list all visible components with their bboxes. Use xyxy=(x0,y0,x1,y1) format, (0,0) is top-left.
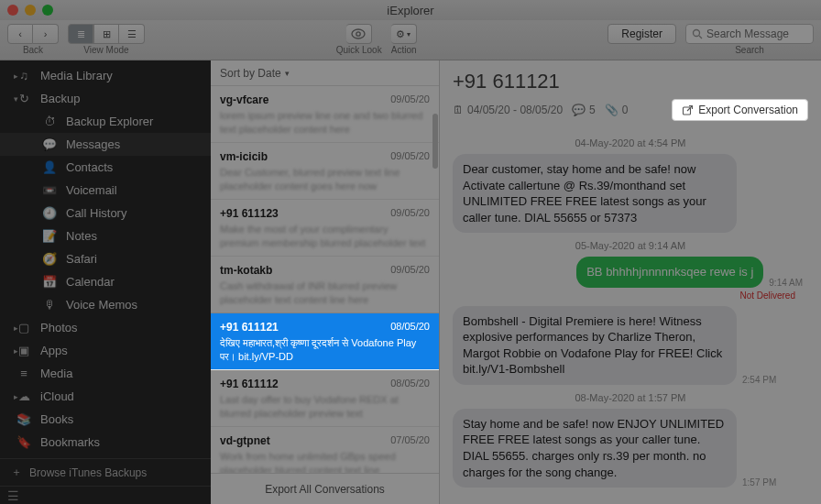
message-count: 💬 5 xyxy=(572,104,596,116)
sidebar-item-bookmarks[interactable]: 🔖Bookmarks xyxy=(0,431,211,454)
sidebar-item-label: Books xyxy=(40,412,73,426)
sort-label: Sort by Date xyxy=(220,67,281,80)
conversation-item[interactable]: +91 61111208/05/20Last day offer to buy … xyxy=(211,370,439,427)
conversation-preview: Work from home unlimited GBps speed plac… xyxy=(220,450,430,473)
notes-icon: 📝 xyxy=(42,229,57,244)
action-label: Action xyxy=(391,45,417,55)
view-list-button[interactable]: ≣ xyxy=(68,24,93,44)
sidebar-item-notes[interactable]: 📝Notes xyxy=(0,225,211,247)
calendar-icon: 🗓 xyxy=(453,104,464,116)
disclosure-triangle-icon[interactable]: ▸ xyxy=(11,71,20,81)
sidebar-item-messages[interactable]: 💬Messages xyxy=(0,133,211,156)
day-separator: 08-May-2020 at 1:57 PM xyxy=(453,392,808,403)
sidebar-item-label: Notes xyxy=(66,229,97,243)
message-bubble[interactable]: Stay home and be safe! now ENJOY UNLIMIT… xyxy=(453,409,737,488)
sidebar-item-label: Backup xyxy=(40,92,80,105)
conversation-item[interactable]: vg-vfcare09/05/20lorem ipsum preview lin… xyxy=(211,86,439,143)
export-conversation-button[interactable]: Export Conversation xyxy=(672,99,808,121)
sidebar-item-contacts[interactable]: 👤Contacts xyxy=(0,156,211,179)
bookmarks-icon: 🔖 xyxy=(16,435,31,450)
conversation-date: 09/05/20 xyxy=(390,264,430,277)
message-row: BB bhhhhjnnnnnksqee rewe is j9:14 AM xyxy=(453,257,808,288)
message-timestamp: 9:14 AM xyxy=(769,278,803,288)
view-label: View Mode xyxy=(83,45,128,55)
sidebar-item-backup[interactable]: ▾↻Backup xyxy=(0,87,211,110)
message-bubble[interactable]: Bombshell - Digital Premiere is here! Wi… xyxy=(453,306,737,385)
scrollbar-thumb[interactable] xyxy=(432,114,438,169)
quick-look-button[interactable] xyxy=(346,24,372,44)
conversation-item[interactable]: +91 61112108/05/20देखिए महाभारत,श्री कृष… xyxy=(211,313,439,370)
sidebar-item-safari[interactable]: 🧭Safari xyxy=(0,247,211,270)
sidebar-item-label: Apps xyxy=(40,344,68,357)
message-row: Dear customer, stay home and be safe! no… xyxy=(453,154,808,233)
disclosure-triangle-icon[interactable]: ▾ xyxy=(11,94,20,104)
sidebar-item-label: Backup Explorer xyxy=(66,115,153,128)
sidebar-item-label: Call History xyxy=(66,206,126,220)
conversation-preview: Last day offer to buy Vodafone REDX at b… xyxy=(220,393,430,419)
disclosure-triangle-icon[interactable]: ▸ xyxy=(11,323,20,333)
quick-look-label: Quick Look xyxy=(336,45,382,55)
view-grid-button[interactable]: ⊞ xyxy=(93,24,119,44)
date-range: 🗓 04/05/20 - 08/05/20 xyxy=(453,104,563,116)
conversation-name: tm-kotakb xyxy=(220,264,272,277)
day-separator: 04-May-2020 at 4:54 PM xyxy=(453,137,808,148)
sidebar-item-label: Calendar xyxy=(66,275,115,289)
svg-point-1 xyxy=(356,32,360,36)
history-icon: 🕘 xyxy=(42,206,57,221)
disclosure-triangle-icon[interactable]: ▸ xyxy=(11,346,20,356)
svg-point-0 xyxy=(352,29,365,38)
explorer-icon: ⏱ xyxy=(42,115,57,129)
sidebar-item-apps[interactable]: ▸▣Apps xyxy=(0,339,211,362)
sidebar-item-media-library[interactable]: ▸♫Media Library xyxy=(0,64,211,87)
sidebar-item-call-history[interactable]: 🕘Call History xyxy=(0,202,211,225)
conversation-name: +91 611121 xyxy=(220,321,279,334)
sidebar-item-icloud[interactable]: ▸☁iCloud xyxy=(0,385,211,408)
sidebar-item-calendar[interactable]: 📅Calendar xyxy=(0,270,211,293)
message-bubble[interactable]: BB bhhhhjnnnnnksqee rewe is j xyxy=(576,257,763,288)
export-label: Export Conversation xyxy=(698,104,798,116)
sidebar-item-label: Safari xyxy=(66,252,97,266)
sidebar-item-voicemail[interactable]: 📼Voicemail xyxy=(0,179,211,202)
search-field[interactable] xyxy=(685,24,814,44)
search-input[interactable] xyxy=(706,27,807,40)
sidebar-item-books[interactable]: 📚Books xyxy=(0,408,211,431)
register-button[interactable]: Register xyxy=(608,24,676,44)
sidebar: ▸♫Media Library▾↻Backup⏱Backup Explorer💬… xyxy=(0,60,211,504)
export-all-button[interactable]: Export All Conversations xyxy=(211,473,439,504)
forward-button[interactable]: › xyxy=(33,24,59,44)
sidebar-item-backup-explorer[interactable]: ⏱Backup Explorer xyxy=(0,110,211,133)
app-title: iExplorer xyxy=(0,4,821,17)
svg-line-3 xyxy=(699,36,702,38)
message-row: Bombshell - Digital Premiere is here! Wi… xyxy=(453,306,808,385)
conversation-name: +91 611123 xyxy=(220,207,279,220)
message-row: Stay home and be safe! now ENJOY UNLIMIT… xyxy=(453,409,808,488)
conversation-date: 09/05/20 xyxy=(390,207,430,220)
back-button[interactable]: ‹ xyxy=(7,24,33,44)
sort-dropdown[interactable]: Sort by Date ▾ xyxy=(211,60,439,86)
svg-point-2 xyxy=(694,30,700,37)
conversation-preview: Dear Customer, blurred preview text line… xyxy=(220,166,430,192)
conversation-item[interactable]: vm-icicib09/05/20Dear Customer, blurred … xyxy=(211,143,439,200)
sidebar-item-label: Media Library xyxy=(40,69,113,82)
calendar-icon: 📅 xyxy=(42,275,57,290)
conversation-item[interactable]: tm-kotakb09/05/20Cash withdrawal of INR … xyxy=(211,257,439,313)
sidebar-menu-button[interactable]: ☰ xyxy=(0,486,211,504)
conversation-list: Sort by Date ▾ vg-vfcare09/05/20lorem ip… xyxy=(211,60,440,504)
sidebar-item-label: Bookmarks xyxy=(40,435,100,449)
view-column-button[interactable]: ☰ xyxy=(119,24,145,44)
message-bubble[interactable]: Dear customer, stay home and be safe! no… xyxy=(453,154,737,233)
sidebar-item-voice-memos[interactable]: 🎙Voice Memos xyxy=(0,293,211,316)
disclosure-triangle-icon[interactable]: ▸ xyxy=(11,392,20,401)
conversation-date: 09/05/20 xyxy=(390,150,430,163)
sidebar-item-media[interactable]: ≡Media xyxy=(0,362,211,385)
browse-backups-button[interactable]: ＋ Browse iTunes Backups xyxy=(0,458,211,486)
voicemail-icon: 📼 xyxy=(42,183,57,198)
conversation-item[interactable]: +91 61112309/05/20Make the most of your … xyxy=(211,200,439,257)
conversation-date: 08/05/20 xyxy=(390,378,430,390)
action-button[interactable]: ⚙▾ xyxy=(391,24,417,44)
browse-label: Browse iTunes Backups xyxy=(29,466,147,479)
sidebar-item-photos[interactable]: ▸▢Photos xyxy=(0,316,211,339)
titlebar: iExplorer xyxy=(0,0,821,20)
toolbar: ‹ › Back ≣ ⊞ ☰ View Mode Quick Look ⚙▾ A… xyxy=(0,20,821,60)
conversation-item[interactable]: vd-gtpnet07/05/20Work from home unlimite… xyxy=(211,427,439,473)
